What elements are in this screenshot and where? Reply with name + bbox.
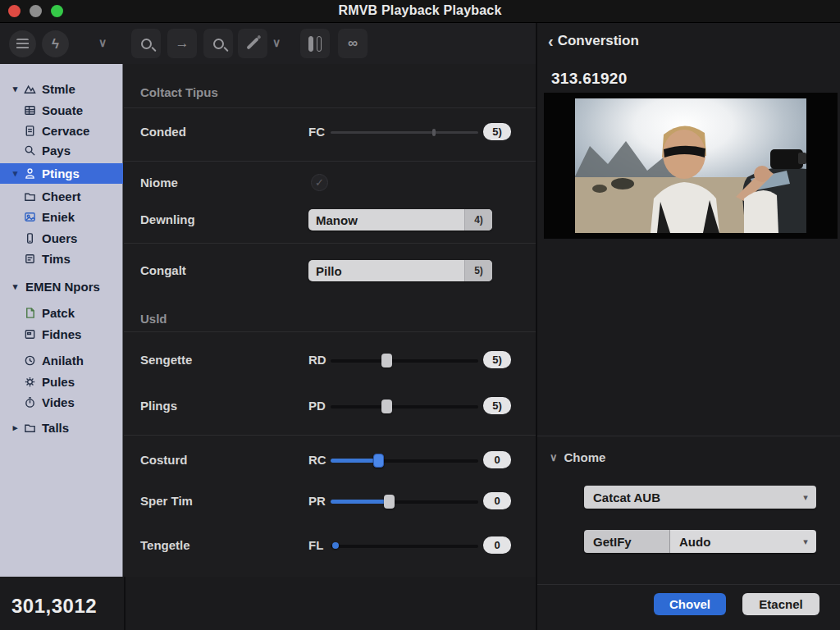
stepper-icon[interactable]: 5) xyxy=(464,260,492,281)
slider-prefix: RC xyxy=(308,453,326,467)
arrow-right-icon: → xyxy=(176,35,189,52)
toolbar: ϟ ∨ → ∨ ∞ xyxy=(0,23,537,64)
conversion-value: 313.61920 xyxy=(551,70,628,88)
tengetle-slider[interactable] xyxy=(331,545,478,548)
form-row-dewnling: Dewnling Manow 4) xyxy=(124,209,536,232)
divider xyxy=(124,161,536,162)
divider xyxy=(124,107,536,108)
sengette-value-badge[interactable]: 5) xyxy=(483,351,511,368)
conded-slider[interactable] xyxy=(331,131,478,134)
zoom-search-button[interactable] xyxy=(203,29,233,58)
sidebar-item-label: EMEN Npors xyxy=(25,280,100,294)
loop-button[interactable]: ∞ xyxy=(338,29,368,58)
dropdown-left-value[interactable]: GetIFy xyxy=(584,530,670,553)
shrub xyxy=(592,185,607,193)
slider-prefix: FL xyxy=(308,538,323,552)
sidebar: ▾ Stmle Souate Cervace Pays ▾ Ptings C xyxy=(0,64,123,577)
sidebar-item-stmle[interactable]: ▾ Stmle xyxy=(0,79,123,99)
sidebar-item-ouers[interactable]: Ouers xyxy=(0,228,123,249)
divider xyxy=(537,584,840,585)
sengette-slider[interactable] xyxy=(331,359,478,363)
divider xyxy=(537,436,840,436)
file-icon xyxy=(24,307,38,320)
costurd-slider[interactable] xyxy=(331,459,478,463)
slider-thumb[interactable] xyxy=(381,399,392,413)
row-label: Conded xyxy=(140,125,186,139)
back-chevron-icon[interactable]: ‹ xyxy=(548,33,554,49)
bolt-button[interactable]: ϟ xyxy=(42,30,69,57)
conded-value-badge[interactable]: 5) xyxy=(483,123,511,140)
sidebar-item-pules[interactable]: Pules xyxy=(0,372,123,392)
disclosure-right-icon[interactable]: ▸ xyxy=(9,422,21,433)
sidebar-item-tims[interactable]: Tims xyxy=(0,249,123,269)
slider-fill xyxy=(331,500,389,504)
sidebar-item-label: Talls xyxy=(42,421,69,435)
dropdown-right-value[interactable]: Audo xyxy=(670,530,795,553)
sidebar-item-label: Tims xyxy=(42,252,71,266)
chevron-down-icon[interactable]: ∨ xyxy=(272,36,281,49)
slider-prefix: FC xyxy=(308,125,325,139)
plings-value-badge[interactable]: 5) xyxy=(483,397,511,414)
chevron-down-icon[interactable]: ∨ xyxy=(98,36,107,49)
annotate-button[interactable] xyxy=(238,29,267,58)
disclosure-down-icon[interactable]: ▾ xyxy=(9,281,21,292)
sidebar-item-cervace[interactable]: Cervace xyxy=(0,121,123,141)
note-icon xyxy=(24,253,38,266)
spertim-slider[interactable] xyxy=(331,500,478,504)
timer-icon xyxy=(24,396,38,409)
grid-icon xyxy=(24,104,38,117)
slider-thumb[interactable] xyxy=(332,542,339,549)
chevron-down-icon: ▾ xyxy=(795,530,816,553)
sidebar-item-patck[interactable]: Patck xyxy=(0,303,123,323)
sidebar-item-label: Eniek xyxy=(42,210,75,224)
sidebar-item-fidnes[interactable]: Fidnes xyxy=(0,324,123,345)
list-icon xyxy=(16,39,29,49)
conversion-header[interactable]: ‹ Converstion xyxy=(548,33,639,49)
slider-fill xyxy=(331,459,378,463)
sidebar-item-pays[interactable]: Pays xyxy=(0,140,123,161)
chome-section-header[interactable]: ∨ Chome xyxy=(550,450,605,464)
slider-thumb[interactable] xyxy=(432,129,436,136)
title-bar: RMVB Playback Playback xyxy=(0,0,840,23)
slider-prefix: PR xyxy=(308,494,326,508)
spertim-value-badge[interactable]: 0 xyxy=(483,492,511,509)
bolt-icon: ϟ xyxy=(52,36,59,52)
disclosure-down-icon[interactable]: ▾ xyxy=(9,84,21,94)
slider-thumb[interactable] xyxy=(381,354,392,368)
slider-thumb[interactable] xyxy=(384,495,395,509)
levels-button[interactable] xyxy=(300,29,330,58)
stepper-icon[interactable]: 4) xyxy=(464,209,492,231)
chevron-down-icon: ▾ xyxy=(795,486,816,509)
chevron-down-icon[interactable]: ∨ xyxy=(550,451,558,463)
sidebar-group-emen-npors[interactable]: ▾ EMEN Npors xyxy=(0,276,123,297)
getify-audo-dropdown[interactable]: GetIFy Audo ▾ xyxy=(584,530,816,553)
dropdown-value: Manow xyxy=(308,209,464,231)
sidebar-item-cheert[interactable]: Cheert xyxy=(0,186,123,207)
etacnel-button[interactable]: Etacnel xyxy=(742,593,819,615)
video-frame xyxy=(544,93,838,239)
sidebar-item-talls[interactable]: ▸ Talls xyxy=(0,418,123,438)
sidebar-item-vides[interactable]: Vides xyxy=(0,392,123,413)
sidebar-item-anilath[interactable]: Anilath xyxy=(0,350,123,371)
congalt-dropdown[interactable]: Pillo 5) xyxy=(308,260,492,281)
sidebar-item-eniek[interactable]: Eniek xyxy=(0,207,123,227)
slider-thumb[interactable] xyxy=(373,454,384,468)
slider-prefix: RD xyxy=(308,353,326,367)
sidebar-item-souate[interactable]: Souate xyxy=(0,100,123,121)
app-window: RMVB Playback Playback ϟ ∨ → ∨ ∞ ▾ Stmle… xyxy=(0,0,840,630)
sidebar-item-ptings[interactable]: ▾ Ptings xyxy=(0,163,123,184)
costurd-value-badge[interactable]: 0 xyxy=(483,451,511,468)
chovel-button[interactable]: Chovel xyxy=(654,593,726,615)
list-menu-button[interactable] xyxy=(9,30,36,57)
search-icon xyxy=(213,39,224,49)
forward-button[interactable]: → xyxy=(167,29,197,58)
sidebar-item-label: Anilath xyxy=(42,354,84,368)
chome-label: Chome xyxy=(564,450,606,464)
plings-slider[interactable] xyxy=(331,405,478,409)
tengetle-value-badge[interactable]: 0 xyxy=(483,536,511,554)
catcat-dropdown[interactable]: Catcat AUB ▾ xyxy=(584,486,816,509)
niome-checkbox[interactable]: ✓ xyxy=(311,174,328,191)
search-button[interactable] xyxy=(131,29,161,58)
dewnling-dropdown[interactable]: Manow 4) xyxy=(308,209,492,231)
disclosure-down-icon[interactable]: ▾ xyxy=(9,168,21,179)
